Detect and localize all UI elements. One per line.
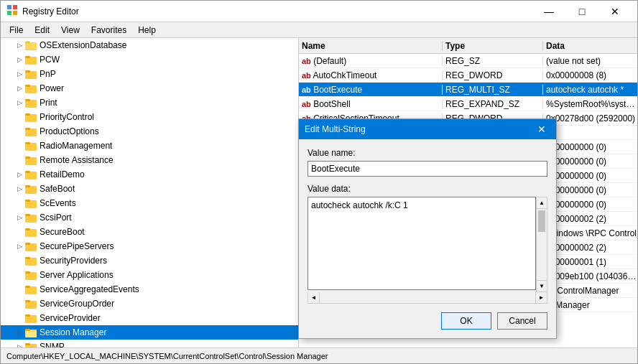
maximize-button[interactable]: □: [565, 1, 598, 22]
scroll-track: [537, 209, 547, 280]
tree-item-session-manager[interactable]: ▷ Computer\HKEY_LOCAL_MACHINE\SYSTEM\Cur…: [1, 325, 298, 340]
tree-arrow: ▷: [15, 98, 24, 107]
tree-item-label: ProductOptions: [40, 126, 99, 136]
tree-item-label: SecurePipeServers: [40, 241, 114, 251]
menu-help[interactable]: Help: [132, 24, 162, 37]
svg-rect-42: [25, 300, 30, 302]
folder-icon: [25, 284, 37, 294]
svg-rect-6: [25, 42, 37, 50]
tree-item-serviceprovider[interactable]: ▷ ServiceProvider: [1, 311, 298, 325]
col-name-header: Name: [299, 41, 443, 51]
folder-icon: [25, 256, 37, 266]
table-row[interactable]: ab BootExecute REG_MULTI_SZ autocheck au…: [299, 83, 637, 97]
window-icon: [6, 4, 18, 18]
row-data: 0x00000000 (0): [543, 157, 637, 167]
svg-rect-36: [25, 257, 30, 259]
close-button[interactable]: ✕: [598, 1, 632, 22]
scroll-down-btn[interactable]: ▼: [537, 280, 547, 291]
tree-item-label: ServiceAggregatedEvents: [40, 284, 139, 294]
row-data: 0x00000001 (1): [543, 257, 637, 267]
table-row[interactable]: ab BootShell REG_EXPAND_SZ %SystemRoot%\…: [299, 97, 637, 111]
svg-rect-34: [25, 243, 30, 245]
row-data: \Windows \RPC Control: [543, 228, 637, 238]
tree-item-securepipeservers[interactable]: ▷ SecurePipeServers: [1, 239, 298, 253]
tree-item-scevents[interactable]: ▷ ScEvents: [1, 196, 298, 210]
tree-item-label: SecureBoot: [40, 227, 85, 237]
tree-item-label: Remote Assistance: [40, 155, 114, 165]
tree-item-label: SNMP: [40, 342, 65, 347]
row-data: autocheck autochk *: [543, 85, 637, 95]
tree-arrow: ▷: [15, 185, 24, 193]
tree-item-label: Print: [40, 98, 57, 108]
minimize-button[interactable]: —: [532, 1, 565, 22]
tree-item-pnp[interactable]: ▷ PnP: [1, 67, 298, 81]
menu-bar: File Edit View Favorites Help: [1, 22, 637, 38]
tree-item-retaildemo[interactable]: ▷ RetailDemo: [1, 167, 298, 182]
row-data: rolManager: [543, 300, 637, 310]
tree-item-secureboot[interactable]: ▷ SecureBoot: [1, 225, 298, 239]
tree-item-radiomanagement[interactable]: ▷ RadioManagement: [1, 139, 298, 153]
tree-item-label: SecurityProviders: [40, 256, 107, 266]
table-row[interactable]: ab AutoChkTimeout REG_DWORD 0x00000008 (…: [299, 68, 637, 83]
table-row[interactable]: ab (Default) REG_SZ (value not set): [299, 54, 637, 68]
scroll-right-btn[interactable]: ►: [535, 292, 547, 303]
row-data: iceControlManager: [543, 286, 637, 296]
tree-item-power[interactable]: ▷ Power: [1, 81, 298, 95]
tree-item-print[interactable]: ▷ Print: [1, 95, 298, 110]
dialog-close-button[interactable]: ✕: [533, 121, 550, 137]
tree-item-label: PriorityControl: [40, 112, 94, 122]
svg-rect-10: [25, 70, 30, 73]
svg-rect-28: [25, 200, 30, 202]
folder-icon: [25, 342, 37, 347]
tree-arrow: ▷: [15, 41, 24, 50]
tree-item-label: PCW: [40, 55, 60, 65]
col-data-header: Data: [543, 41, 637, 51]
cancel-button[interactable]: Cancel: [497, 312, 547, 330]
row-data: 0x00000000 (0): [543, 142, 637, 152]
tree-panel[interactable]: ▷ OSExtensionDatabase ▷ PCW ▷ PnP: [1, 38, 299, 347]
tree-item-server-applications[interactable]: ▷ Server Applications: [1, 268, 298, 282]
status-bar: Computer\HKEY_LOCAL_MACHINE\SYSTEM\Curre…: [1, 347, 637, 363]
folder-icon: [25, 98, 37, 108]
tree-item-label: Power: [40, 83, 64, 93]
tree-item-label: Server Applications: [40, 270, 114, 280]
tree-item-remote-assistance[interactable]: ▷ Remote Assistance: [1, 153, 298, 167]
folder-icon-open: [25, 327, 37, 337]
tree-item-osextensiondatabase[interactable]: ▷ OSExtensionDatabase: [1, 38, 298, 52]
menu-view[interactable]: View: [55, 24, 85, 37]
tree-item-label: ServiceProvider: [40, 313, 101, 323]
row-data: 0x00000002 (2): [543, 214, 637, 224]
folder-icon: [25, 169, 37, 179]
svg-rect-46: [25, 329, 30, 331]
window-title: Registry Editor: [22, 6, 79, 17]
tree-item-productoptions[interactable]: ▷ ProductOptions: [1, 124, 298, 139]
folder-icon: [25, 241, 37, 251]
folder-icon: [25, 69, 37, 79]
tree-item-label: ServiceGroupOrder: [40, 299, 114, 309]
row-type: REG_EXPAND_SZ: [443, 99, 543, 109]
tree-item-serviceaggregatedevents[interactable]: ▷ ServiceAggregatedEvents: [1, 282, 298, 297]
tree-item-snmp[interactable]: ▷ SNMP: [1, 340, 298, 347]
dialog-body: Value name: Value data: autocheck autoch…: [299, 139, 556, 338]
menu-file[interactable]: File: [4, 24, 29, 37]
tree-item-pcw[interactable]: ▷ PCW: [1, 52, 298, 67]
menu-favorites[interactable]: Favorites: [85, 24, 132, 37]
title-bar-controls: — □ ✕: [532, 1, 632, 22]
scroll-up-btn[interactable]: ▲: [537, 197, 547, 209]
value-data-textarea[interactable]: autocheck autochk /k:C 1: [308, 197, 536, 290]
svg-rect-1: [13, 5, 17, 9]
scroll-left-btn[interactable]: ◄: [308, 292, 320, 303]
tree-item-scsiport[interactable]: ▷ ScsiPort: [1, 210, 298, 225]
tree-item-servicegrouporder[interactable]: ▷ ServiceGroupOrder: [1, 297, 298, 311]
tree-item-prioritycontrol[interactable]: ▷ PriorityControl: [1, 110, 298, 124]
menu-edit[interactable]: Edit: [29, 24, 55, 37]
tree-item-label: ScsiPort: [40, 213, 72, 223]
tree-arrow: ▷: [15, 342, 24, 347]
tree-item-securityproviders[interactable]: ▷ SecurityProviders: [1, 253, 298, 268]
tree-item-safeboot[interactable]: ▷ SafeBoot: [1, 182, 298, 196]
ok-button[interactable]: OK: [441, 312, 491, 330]
value-name-input[interactable]: [308, 161, 547, 177]
svg-rect-14: [25, 99, 30, 101]
tree-arrow: ▷: [15, 213, 24, 222]
edit-multistring-dialog[interactable]: Edit Multi-String ✕ Value name: Value da…: [298, 118, 557, 339]
